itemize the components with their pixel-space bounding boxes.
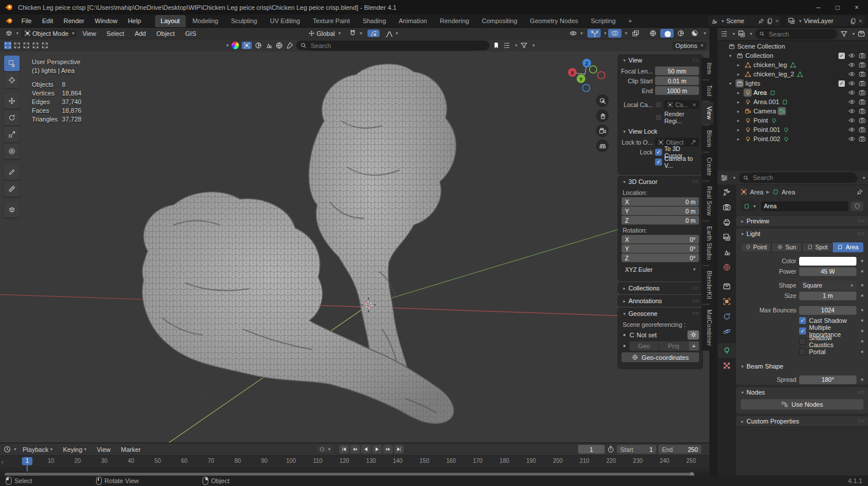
view-lock-subpanel-header[interactable]: ▾View Lock bbox=[618, 126, 703, 137]
properties-tab-texture[interactable] bbox=[718, 358, 736, 373]
asset-category-wheel-icon[interactable] bbox=[231, 42, 239, 49]
hide-toggle[interactable] bbox=[848, 61, 855, 68]
spread-field[interactable]: 180° bbox=[799, 375, 856, 384]
outliner-row-point[interactable]: ▸Point bbox=[718, 116, 868, 125]
point-light-icon[interactable] bbox=[782, 126, 790, 134]
close-button[interactable]: × bbox=[855, 3, 859, 12]
tool-add-cube-button[interactable] bbox=[4, 202, 20, 218]
outliner-item-label[interactable]: Point.001 bbox=[753, 126, 780, 133]
hide-toggle[interactable] bbox=[848, 98, 855, 105]
breadcrumb-data[interactable]: Area bbox=[782, 189, 795, 196]
sidebar-tab-tool[interactable]: Tool bbox=[701, 80, 713, 101]
local-camera-field[interactable]: Ca...× bbox=[664, 100, 699, 109]
size-field[interactable]: 1 m bbox=[799, 292, 856, 300]
menu-render[interactable]: Render bbox=[58, 17, 90, 24]
geoscene-panel-header[interactable]: ▾Geoscene bbox=[618, 308, 703, 319]
hide-toggle[interactable] bbox=[848, 108, 855, 115]
show-overlays-button[interactable] bbox=[608, 29, 621, 38]
proj-button[interactable]: Proj bbox=[659, 341, 688, 351]
hide-toggle[interactable] bbox=[848, 135, 855, 142]
tool-annotate-button[interactable] bbox=[4, 164, 20, 180]
camera-data-icon[interactable] bbox=[778, 107, 786, 115]
hide-toggle[interactable] bbox=[848, 89, 855, 96]
tool-box-select-button[interactable] bbox=[4, 56, 20, 71]
proportional-edit-button[interactable] bbox=[367, 30, 380, 37]
workspace-tab-modeling[interactable]: Modeling bbox=[187, 15, 225, 27]
custom-properties-header[interactable]: ▸Custom Properties bbox=[736, 416, 868, 426]
animate-dot[interactable] bbox=[861, 260, 863, 262]
sidebar-tab-create[interactable]: Create bbox=[701, 153, 713, 181]
use-nodes-button[interactable]: Use Nodes bbox=[741, 399, 863, 410]
options-button[interactable]: Options▾ bbox=[672, 42, 706, 50]
nodes-panel-header[interactable]: ▾Nodes bbox=[736, 387, 868, 397]
expand-arrow-icon[interactable]: ▸ bbox=[737, 72, 742, 77]
cursor-loc-z[interactable]: Z0 m bbox=[621, 216, 699, 224]
preview-panel-header[interactable]: ▸Preview bbox=[736, 216, 868, 226]
collection-icon[interactable] bbox=[727, 42, 735, 50]
cursor-panel-header[interactable]: ▾3D Cursor bbox=[618, 176, 703, 187]
cursor-loc-x[interactable]: X0 m bbox=[621, 197, 699, 206]
pin-icon[interactable] bbox=[856, 189, 863, 196]
shading-material-button[interactable] bbox=[674, 29, 687, 38]
scene-selector[interactable]: ▾ Scene × bbox=[708, 16, 781, 26]
add-workspace-button[interactable]: + bbox=[623, 15, 638, 27]
expand-arrow-icon[interactable]: ▸ bbox=[737, 118, 742, 123]
animate-dot[interactable] bbox=[861, 309, 863, 311]
workspace-tab-texture-paint[interactable]: Texture Paint bbox=[307, 15, 355, 27]
viewport-menu-gis[interactable]: GIS bbox=[180, 30, 201, 37]
new-collection-icon[interactable] bbox=[858, 30, 865, 38]
panel-grip[interactable] bbox=[858, 232, 865, 235]
view-panel-header[interactable]: ▾View bbox=[618, 55, 703, 65]
properties-tab-render[interactable] bbox=[718, 200, 736, 215]
properties-tab-constraints[interactable] bbox=[718, 309, 736, 324]
outliner-item-label[interactable]: chicken_leg_2 bbox=[753, 71, 794, 78]
new-scene-icon[interactable] bbox=[767, 18, 773, 24]
sidebar-tab-real-snow[interactable]: Real Snow bbox=[701, 182, 713, 220]
properties-editor-icon[interactable] bbox=[720, 174, 728, 182]
clear-icon[interactable]: × bbox=[693, 101, 696, 108]
animate-dot[interactable] bbox=[861, 284, 863, 286]
shading-wireframe-button[interactable] bbox=[646, 29, 660, 38]
remove-viewlayer-icon[interactable]: × bbox=[859, 17, 862, 24]
tool-cursor-button[interactable] bbox=[4, 72, 20, 88]
viewport-menu-select[interactable]: Select bbox=[101, 30, 130, 37]
snap-button[interactable]: ▾ bbox=[346, 29, 365, 38]
outliner-row-point-002[interactable]: ▸Point.002 bbox=[718, 134, 868, 143]
select-mode-invert[interactable] bbox=[31, 41, 40, 50]
properties-tab-view-layer[interactable] bbox=[718, 230, 736, 245]
maximize-button[interactable]: □ bbox=[836, 3, 840, 12]
tool-transform-button[interactable] bbox=[4, 143, 20, 159]
light-icon[interactable] bbox=[744, 89, 752, 97]
editor-type-button[interactable]: ▾ bbox=[2, 29, 21, 38]
animate-dot[interactable] bbox=[861, 340, 863, 343]
mesh-data-icon[interactable] bbox=[789, 61, 797, 69]
cursor-rot-z[interactable]: Z0° bbox=[621, 253, 699, 262]
panel-grip[interactable] bbox=[692, 58, 699, 62]
light-icon[interactable] bbox=[744, 126, 752, 134]
workspace-tab-layout[interactable]: Layout bbox=[155, 15, 186, 27]
mesh-data-icon[interactable] bbox=[796, 70, 804, 78]
shading-solid-button[interactable] bbox=[660, 29, 674, 38]
max-bounces-field[interactable]: 1024 bbox=[799, 306, 856, 315]
asset-type-scene-icon[interactable] bbox=[265, 42, 273, 49]
hide-toggle[interactable] bbox=[848, 71, 855, 78]
bookmark-icon[interactable] bbox=[492, 42, 500, 49]
light-type-spot-button[interactable]: Spot bbox=[802, 242, 833, 252]
add-crs-button[interactable]: + bbox=[688, 341, 699, 351]
cursor-rot-x[interactable]: X0° bbox=[621, 235, 699, 244]
light-icon[interactable] bbox=[744, 98, 752, 106]
outliner-item-label[interactable]: Area bbox=[753, 89, 767, 96]
jump-to-end-button[interactable] bbox=[394, 445, 404, 454]
mesh-icon[interactable] bbox=[744, 61, 752, 69]
select-mode-new[interactable] bbox=[3, 41, 12, 50]
transform-orientation-button[interactable]: Global▾ bbox=[306, 30, 344, 38]
sidebar-tab-blenderkit[interactable]: BlenderKit bbox=[701, 266, 713, 304]
outliner-item-label[interactable]: Camera bbox=[753, 108, 776, 115]
to-3d-cursor-checkbox[interactable]: ✓ bbox=[655, 149, 662, 156]
navigation-gizmo[interactable]: Z X Y bbox=[566, 58, 608, 95]
render-region-checkbox[interactable] bbox=[655, 114, 662, 121]
blenderkit-collapse-icon[interactable]: ▾ bbox=[226, 43, 229, 48]
workspace-tab-sculpting[interactable]: Sculpting bbox=[225, 15, 263, 27]
mesh-icon[interactable] bbox=[744, 70, 752, 78]
panel-grip[interactable] bbox=[692, 286, 699, 290]
